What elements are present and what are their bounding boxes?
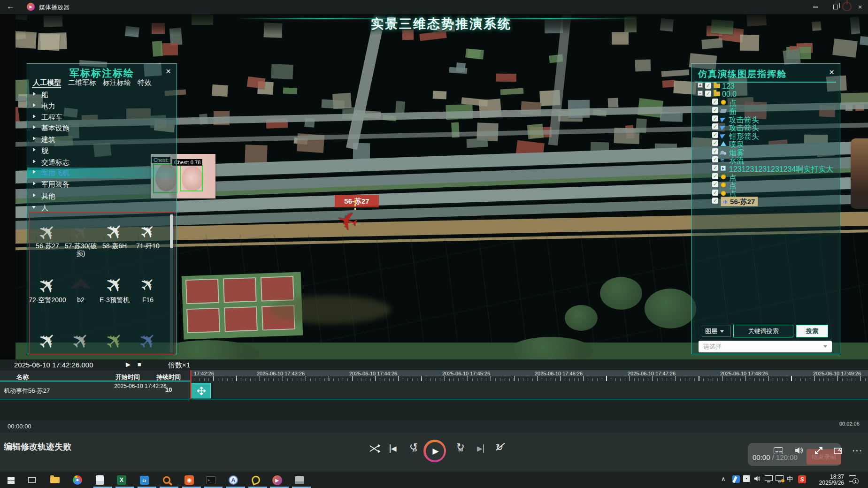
orange-app-button[interactable]: ◉ — [183, 474, 195, 486]
tray-chevron-icon[interactable]: ∧ — [721, 475, 726, 482]
mini-player-icon[interactable] — [834, 447, 842, 454]
keyword-search-input[interactable]: 关键词搜索 — [733, 325, 793, 337]
checkbox-checked[interactable]: ✓ — [712, 132, 718, 138]
category-engineering-vehicle[interactable]: 工程车 — [27, 112, 176, 123]
checkbox-checked[interactable]: ✓ — [712, 99, 718, 105]
checkbox-checked[interactable]: ✓ — [712, 156, 718, 162]
category-military-aircraft[interactable]: 军用飞机 — [27, 168, 176, 178]
next-button[interactable]: ▶ — [477, 444, 484, 453]
shield-a-icon: A — [229, 475, 238, 485]
yellow-app-button[interactable] — [250, 474, 262, 486]
minimize-button[interactable] — [807, 0, 823, 14]
selected-layer[interactable]: ✈ 56-苏27 — [721, 197, 758, 206]
tray-grid-icon[interactable] — [743, 475, 750, 482]
checkbox-checked[interactable]: ✓ — [712, 198, 718, 204]
photos-app-button[interactable] — [293, 474, 306, 486]
forward-30-button[interactable]: ↻30 — [456, 441, 465, 452]
layer-type-dropdown[interactable]: 图层 — [702, 326, 731, 337]
aircraft-su30-icon[interactable]: ✈ — [68, 219, 94, 245]
tray-ime-indicator[interactable]: 中 — [787, 475, 793, 484]
excel-button[interactable]: X — [115, 474, 128, 486]
checkbox-checked[interactable]: ✓ — [712, 140, 718, 146]
aircraft-icon[interactable]: ✈ — [32, 325, 62, 354]
play-button[interactable]: ▶ — [423, 440, 446, 462]
close-icon[interactable]: × — [166, 66, 171, 76]
category-military-equipment[interactable]: 军用装备 — [27, 179, 176, 190]
checkbox-checked[interactable]: ✓ — [712, 181, 718, 187]
aircraft-icon[interactable]: ✈ — [132, 325, 163, 354]
tab-effects[interactable]: 特效 — [138, 78, 152, 87]
tray-sogou-icon[interactable]: S — [798, 475, 806, 483]
playback-speed[interactable]: 倍数×1 — [168, 361, 190, 370]
timeline-stop-button[interactable]: ■ — [138, 361, 141, 368]
aircraft-j10-icon[interactable]: ✈ — [135, 218, 161, 244]
aircraft-b2-icon[interactable] — [70, 278, 92, 292]
task-view-button[interactable] — [26, 474, 38, 486]
shuffle-icon[interactable] — [369, 444, 380, 453]
aircraft-icon[interactable]: ✈ — [99, 325, 130, 354]
search-tool-button[interactable] — [161, 474, 173, 486]
aircraft-f16-icon[interactable]: ✈ — [135, 272, 161, 297]
category-power[interactable]: 电力 — [27, 101, 176, 112]
close-button[interactable]: × — [852, 0, 868, 14]
volume-icon[interactable] — [794, 446, 804, 455]
tray-network-icon[interactable] — [765, 475, 773, 481]
collapse-icon[interactable]: − — [698, 91, 703, 96]
start-button[interactable] — [5, 474, 17, 486]
tray-bing-icon[interactable] — [732, 475, 740, 483]
expand-icon[interactable]: + — [698, 83, 703, 88]
category-infrastructure[interactable]: 基本设施 — [27, 123, 176, 134]
category-naval[interactable]: 舰 — [27, 145, 176, 156]
aircraft-e3-icon[interactable]: ✈ — [99, 269, 130, 299]
tray-date: 2025/9/26 — [811, 480, 844, 486]
previous-button[interactable]: ◀ — [390, 444, 397, 453]
checkbox-checked[interactable]: ✓ — [705, 91, 711, 97]
tray-volume-icon[interactable] — [753, 475, 761, 482]
tab-manual-models[interactable]: 人工模型 — [33, 78, 61, 87]
restore-button[interactable] — [828, 0, 844, 14]
more-options-button[interactable]: ··· — [853, 447, 863, 455]
tray-cast-icon[interactable] — [776, 475, 784, 481]
checkbox-checked[interactable]: ✓ — [712, 148, 718, 154]
terminal-button[interactable]: >_ — [205, 474, 217, 486]
notification-center-button[interactable]: 1 — [849, 475, 856, 482]
fullscreen-icon[interactable] — [814, 446, 823, 455]
file-explorer-button[interactable] — [49, 474, 61, 486]
checkbox-checked[interactable]: ✓ — [712, 165, 718, 171]
chevron-right-icon — [33, 125, 36, 129]
event-duration: 10 — [165, 386, 172, 393]
category-building[interactable]: 建筑 — [27, 134, 176, 145]
media-player-button[interactable]: ▶ — [271, 474, 283, 486]
repeat-off-icon[interactable]: ↻ — [496, 442, 503, 453]
event-table-row[interactable]: 机动事件56-苏27 2025-06-10 17:42:26 10 — [0, 381, 190, 399]
subtitles-icon[interactable] — [774, 447, 783, 454]
layer-select-dropdown[interactable]: 请选择 — [699, 341, 832, 352]
chevron-right-icon — [33, 170, 36, 174]
notepad-button[interactable] — [93, 474, 106, 486]
aircraft-icon[interactable]: ✈ — [65, 325, 96, 354]
checkbox-checked[interactable]: ✓ — [712, 173, 718, 179]
dry-grass-patch — [269, 296, 391, 324]
checkbox-checked[interactable]: ✓ — [712, 190, 718, 196]
checkbox-checked[interactable]: ✓ — [712, 123, 718, 130]
search-button[interactable]: 搜索 — [796, 325, 828, 337]
chrome-button[interactable] — [71, 474, 84, 486]
tab-2d-symbols[interactable]: 二维军标 — [68, 78, 96, 87]
scrollbar-thumb[interactable] — [170, 214, 173, 248]
rewind-10-button[interactable]: ↺10 — [409, 441, 418, 452]
timeline-play-button[interactable]: ▶ — [126, 361, 131, 368]
checkbox-checked[interactable]: ✓ — [705, 83, 711, 89]
back-icon[interactable]: ← — [7, 2, 15, 11]
checkbox-checked[interactable]: ✓ — [712, 107, 718, 113]
checkbox-checked[interactable]: ✓ — [712, 115, 718, 122]
timeline-event-block[interactable] — [192, 383, 211, 398]
category-ship[interactable]: 船 — [27, 90, 176, 100]
category-other[interactable]: 其他 — [27, 191, 176, 202]
vscode-button[interactable]: ‹› — [138, 474, 150, 486]
shield-app-button[interactable]: A — [227, 474, 239, 486]
category-traffic-sign[interactable]: 交通标志 — [27, 157, 176, 168]
tray-clock[interactable]: 18:37 2025/9/26 — [811, 474, 844, 486]
close-icon[interactable]: × — [829, 67, 834, 77]
tab-annotation[interactable]: 标注标绘 — [103, 78, 131, 87]
chevron-right-icon — [33, 92, 36, 96]
